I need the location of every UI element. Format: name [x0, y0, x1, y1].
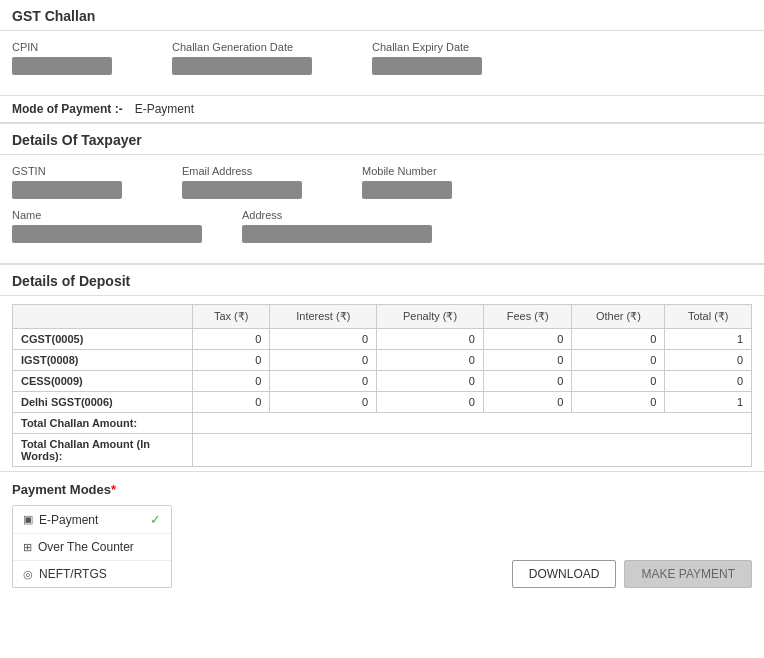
gst-challan-header: GST Challan [0, 0, 764, 31]
email-group: Email Address [182, 165, 302, 199]
address-label: Address [242, 209, 432, 221]
row-other: 0 [572, 329, 665, 350]
total-challan-label: Total Challan Amount: [13, 413, 193, 434]
mode-of-payment-label: Mode of Payment :- [12, 102, 123, 116]
address-value [242, 225, 432, 243]
neft-rtgs-icon: ◎ [23, 568, 33, 581]
e-payment-icon: ▣ [23, 513, 33, 526]
total-challan-row: Total Challan Amount: [13, 413, 752, 434]
row-penalty: 0 [377, 392, 484, 413]
gen-date-value [172, 57, 312, 75]
deposit-table: Tax (₹) Interest (₹) Penalty (₹) Fees (₹… [12, 304, 752, 467]
name-label: Name [12, 209, 202, 221]
row-fees: 0 [483, 350, 571, 371]
row-interest: 0 [270, 329, 377, 350]
total-words-label: Total Challan Amount (In Words): [13, 434, 193, 467]
cpin-label: CPIN [12, 41, 112, 53]
email-label: Email Address [182, 165, 302, 177]
row-fees: 0 [483, 329, 571, 350]
col-header-total: Total (₹) [665, 305, 752, 329]
row-other: 0 [572, 371, 665, 392]
row-label: IGST(0008) [13, 350, 193, 371]
address-group: Address [242, 209, 432, 243]
required-star: * [111, 482, 116, 497]
row-tax: 0 [193, 350, 270, 371]
row-interest: 0 [270, 350, 377, 371]
row-fees: 0 [483, 392, 571, 413]
mobile-label: Mobile Number [362, 165, 452, 177]
challan-section: CPIN Challan Generation Date Challan Exp… [0, 31, 764, 96]
col-header-other: Other (₹) [572, 305, 665, 329]
col-header-interest: Interest (₹) [270, 305, 377, 329]
row-fees: 0 [483, 371, 571, 392]
row-penalty: 0 [377, 371, 484, 392]
exp-date-group: Challan Expiry Date [372, 41, 482, 75]
total-words-value [193, 434, 752, 467]
row-other: 0 [572, 350, 665, 371]
taxpayer-section: GSTIN Email Address Mobile Number Name A… [0, 155, 764, 264]
table-row: IGST(0008) 0 0 0 0 0 0 [13, 350, 752, 371]
total-words-row: Total Challan Amount (In Words): [13, 434, 752, 467]
row-label: Delhi SGST(0006) [13, 392, 193, 413]
gstin-value [12, 181, 122, 199]
gstin-group: GSTIN [12, 165, 122, 199]
row-total: 0 [665, 350, 752, 371]
selected-checkmark: ✓ [150, 512, 161, 527]
make-payment-button[interactable]: MAKE PAYMENT [624, 560, 752, 588]
gen-date-label: Challan Generation Date [172, 41, 312, 53]
col-header-tax: Tax (₹) [193, 305, 270, 329]
row-penalty: 0 [377, 350, 484, 371]
row-tax: 0 [193, 392, 270, 413]
exp-date-value [372, 57, 482, 75]
neft-rtgs-label: NEFT/RTGS [39, 567, 107, 581]
exp-date-label: Challan Expiry Date [372, 41, 482, 53]
payment-mode-list[interactable]: ▣ E-Payment ✓ ⊞ Over The Counter ◎ NEFT/… [12, 505, 172, 588]
col-header-name [13, 305, 193, 329]
mode-of-payment-row: Mode of Payment :- E-Payment [0, 96, 764, 123]
taxpayer-row2: Name Address [12, 209, 752, 243]
cpin-group: CPIN [12, 41, 112, 75]
table-row: CGST(0005) 0 0 0 0 0 1 [13, 329, 752, 350]
over-the-counter-icon: ⊞ [23, 541, 32, 554]
payment-modes-section: Payment Modes* ▣ E-Payment ✓ ⊞ Over The … [0, 472, 764, 598]
deposit-header: Details of Deposit [0, 264, 764, 296]
row-total: 0 [665, 371, 752, 392]
row-interest: 0 [270, 371, 377, 392]
name-group: Name [12, 209, 202, 243]
col-header-penalty: Penalty (₹) [377, 305, 484, 329]
deposit-table-container: Tax (₹) Interest (₹) Penalty (₹) Fees (₹… [0, 296, 764, 472]
mobile-value [362, 181, 452, 199]
payment-mode-item-over-the-counter[interactable]: ⊞ Over The Counter [13, 534, 171, 561]
page-title: GST Challan [12, 8, 95, 24]
cpin-value [12, 57, 112, 75]
row-label: CGST(0005) [13, 329, 193, 350]
email-value [182, 181, 302, 199]
name-value [12, 225, 202, 243]
table-row: Delhi SGST(0006) 0 0 0 0 0 1 [13, 392, 752, 413]
col-header-fees: Fees (₹) [483, 305, 571, 329]
download-button[interactable]: DOWNLOAD [512, 560, 617, 588]
bottom-buttons: DOWNLOAD MAKE PAYMENT [512, 560, 752, 588]
row-total: 1 [665, 329, 752, 350]
total-challan-value [193, 413, 752, 434]
row-interest: 0 [270, 392, 377, 413]
row-penalty: 0 [377, 329, 484, 350]
table-row: CESS(0009) 0 0 0 0 0 0 [13, 371, 752, 392]
row-other: 0 [572, 392, 665, 413]
deposit-table-header-row: Tax (₹) Interest (₹) Penalty (₹) Fees (₹… [13, 305, 752, 329]
taxpayer-title: Details Of Taxpayer [12, 132, 142, 148]
mobile-group: Mobile Number [362, 165, 452, 199]
row-label: CESS(0009) [13, 371, 193, 392]
payment-mode-item-neft-rtgs[interactable]: ◎ NEFT/RTGS [13, 561, 171, 587]
mode-of-payment-value: E-Payment [135, 102, 194, 116]
gen-date-group: Challan Generation Date [172, 41, 312, 75]
row-tax: 0 [193, 371, 270, 392]
taxpayer-header: Details Of Taxpayer [0, 123, 764, 155]
gstin-label: GSTIN [12, 165, 122, 177]
over-the-counter-label: Over The Counter [38, 540, 134, 554]
payment-mode-item-e-payment[interactable]: ▣ E-Payment ✓ [13, 506, 171, 534]
row-tax: 0 [193, 329, 270, 350]
row-total: 1 [665, 392, 752, 413]
payment-modes-header: Payment Modes* [12, 482, 752, 497]
e-payment-label: E-Payment [39, 513, 98, 527]
